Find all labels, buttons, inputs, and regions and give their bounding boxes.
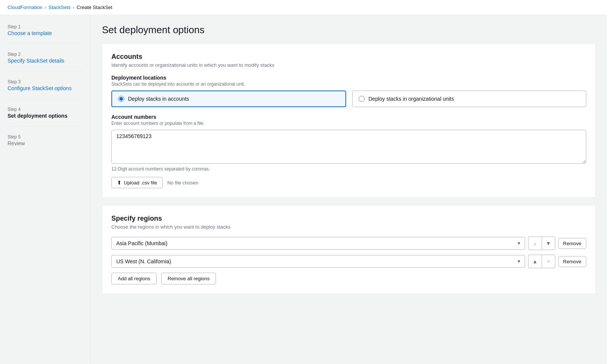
- step-2-number: Step 2: [8, 52, 83, 57]
- deployment-locations-desc: StackSets can be deployed into accounts …: [111, 81, 586, 87]
- step-3-number: Step 3: [8, 79, 83, 84]
- page-title: Set deployment options: [102, 24, 596, 36]
- radio-org-units[interactable]: [359, 96, 365, 102]
- region-1-down-button[interactable]: ▼: [542, 237, 555, 250]
- upload-csv-button[interactable]: ⬆ Upload .csv file: [111, 177, 163, 188]
- step-1-number: Step 1: [8, 24, 83, 29]
- accounts-subtitle: Identify accounts or organizational unit…: [111, 62, 586, 68]
- sidebar-step-1: Step 1 Choose a template: [8, 24, 83, 44]
- remove-all-regions-button[interactable]: Remove all regions: [161, 273, 216, 284]
- step-4-label: Set deployment options: [8, 113, 68, 119]
- radio-accounts-label[interactable]: Deploy stacks in accounts: [128, 96, 189, 102]
- sidebar: Step 1 Choose a template Step 2 Specify …: [0, 15, 91, 363]
- no-file-text: No file chosen: [167, 180, 198, 186]
- upload-icon: ⬆: [117, 180, 122, 186]
- account-numbers-desc: Enter account numbers or populate from a…: [111, 121, 586, 126]
- radio-org-units-label[interactable]: Deploy stacks in organizational units: [368, 96, 454, 102]
- region-1-up-button[interactable]: ▲: [528, 237, 542, 250]
- region-row-1: Asia Pacific (Mumbai) US East (N. Virgin…: [111, 237, 586, 250]
- breadcrumb-sep-2: ›: [73, 5, 74, 10]
- accounts-card: Accounts Identify accounts or organizati…: [102, 43, 596, 198]
- sidebar-step-4: Step 4 Set deployment options: [8, 107, 83, 127]
- upload-row: ⬆ Upload .csv file No file chosen: [111, 177, 586, 188]
- main-layout: Step 1 Choose a template Step 2 Specify …: [0, 15, 607, 363]
- regions-title: Specify regions: [111, 215, 586, 223]
- account-numbers-label: Account numbers: [111, 114, 586, 120]
- sidebar-step-2: Step 2 Specify StackSet details: [8, 52, 83, 72]
- upload-btn-label: Upload .csv file: [124, 180, 157, 186]
- region-actions: Add all regions Remove all regions: [111, 273, 586, 284]
- accounts-title: Accounts: [111, 53, 586, 61]
- region-select-wrapper-2: US West (N. California) US East (N. Virg…: [111, 255, 525, 268]
- step-2-label[interactable]: Specify StackSet details: [8, 58, 64, 64]
- step-3-label[interactable]: Configure StackSet options: [8, 85, 72, 91]
- step-5-label: Review: [8, 140, 25, 146]
- account-hint: 12-Digit account numbers separated by co…: [111, 166, 586, 172]
- radio-accounts[interactable]: [118, 96, 124, 102]
- region-2-controls: ▲ ▼: [528, 255, 555, 268]
- breadcrumb-cloudformation[interactable]: CloudFormation: [8, 5, 43, 10]
- breadcrumb-stacksets[interactable]: StackSets: [49, 5, 71, 10]
- regions-card: Specify regions Choose the regions in wh…: [102, 205, 596, 294]
- region-2-remove-button[interactable]: Remove: [558, 256, 586, 267]
- option-deploy-org-units[interactable]: Deploy stacks in organizational units: [352, 91, 586, 107]
- breadcrumb-sep-1: ›: [45, 5, 46, 10]
- region-1-remove-button[interactable]: Remove: [558, 238, 586, 249]
- region-2-up-button[interactable]: ▲: [528, 255, 542, 268]
- step-5-number: Step 5: [8, 134, 83, 140]
- deployment-locations-label: Deployment locations: [111, 75, 586, 81]
- region-1-controls: ▲ ▼: [528, 237, 555, 250]
- sidebar-step-5: Step 5 Review: [8, 134, 83, 154]
- option-deploy-accounts[interactable]: Deploy stacks in accounts: [111, 91, 346, 107]
- add-all-regions-button[interactable]: Add all regions: [111, 273, 157, 284]
- sidebar-step-3: Step 3 Configure StackSet options: [8, 79, 83, 99]
- step-4-number: Step 4: [8, 107, 83, 112]
- main-content: Set deployment options Accounts Identify…: [91, 15, 607, 363]
- region-2-down-button[interactable]: ▼: [542, 255, 555, 268]
- account-numbers-textarea[interactable]: [111, 130, 586, 164]
- breadcrumb: CloudFormation › StackSets › Create Stac…: [0, 0, 607, 15]
- region-select-2[interactable]: US West (N. California) US East (N. Virg…: [111, 255, 525, 268]
- regions-subtitle: Choose the regions in which you want to …: [111, 224, 586, 230]
- step-1-label[interactable]: Choose a template: [8, 30, 52, 36]
- deployment-options: Deploy stacks in accounts Deploy stacks …: [111, 91, 586, 107]
- region-select-1[interactable]: Asia Pacific (Mumbai) US East (N. Virgin…: [111, 237, 525, 250]
- region-select-wrapper-1: Asia Pacific (Mumbai) US East (N. Virgin…: [111, 237, 525, 250]
- breadcrumb-current: Create StackSet: [77, 5, 112, 10]
- region-row-2: US West (N. California) US East (N. Virg…: [111, 255, 586, 268]
